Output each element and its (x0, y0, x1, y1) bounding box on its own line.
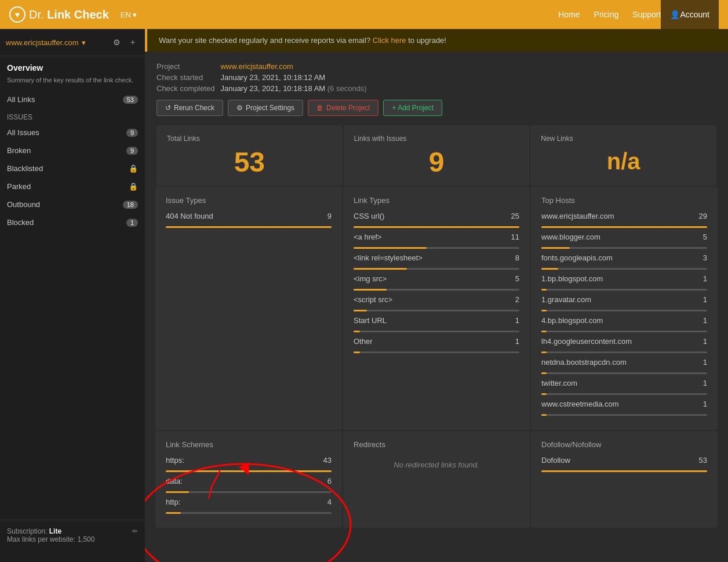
sidebar-footer: Subscription: Lite ✏ Max links per websi… (0, 520, 145, 550)
bar-container (354, 351, 519, 353)
pencil-icon[interactable]: ✏ (132, 527, 138, 535)
banner-text: Want your site checked regularly and rec… (159, 36, 370, 45)
row-count: 5 (703, 233, 707, 241)
bar-fill (166, 470, 332, 472)
redirects-title: Redirects (354, 440, 519, 449)
all-issues-label: All Issues (7, 128, 126, 137)
table-row: fonts.googleapis.com3 (541, 253, 707, 262)
trash-icon: 🗑 (316, 104, 323, 112)
row-count: 5 (515, 274, 519, 283)
site-label: www.ericjstauffer.com (6, 38, 78, 47)
data-row-wrapper: 1.gravatar.com1 (541, 295, 707, 311)
table-row: <a href>11 (354, 233, 519, 241)
bar-fill (541, 289, 547, 291)
bar-fill (166, 491, 189, 493)
bar-container (354, 310, 519, 311)
row-label: <link rel=stylesheet> (354, 253, 511, 262)
row-label: https: (166, 456, 319, 465)
row-count: 1 (703, 316, 707, 325)
row-label: fonts.googleapis.com (541, 253, 698, 262)
row-count: 2 (515, 295, 519, 304)
upgrade-link[interactable]: Click here (373, 36, 406, 45)
top-hosts-rows: www.ericjstauffer.com29www.blogger.com5f… (541, 212, 707, 416)
link-types-card: Link Types CSS url()25<a href>11<link re… (343, 187, 530, 430)
banner-text2: to upgrade! (408, 36, 446, 45)
bar-container (354, 331, 519, 332)
delete-button[interactable]: 🗑 Delete Project (308, 100, 378, 116)
row-label: www.blogger.com (541, 233, 698, 241)
topnav-links: Home Pricing Support (558, 10, 661, 19)
new-links-title: New Links (541, 135, 706, 143)
row-count: 11 (511, 233, 519, 241)
bar-container (541, 331, 707, 332)
data-row-wrapper: lh4.googleusercontent.com1 (541, 337, 707, 353)
table-row: Other1 (354, 337, 519, 346)
links-issues-card: Links with Issues 9 (344, 125, 530, 186)
link-schemes-rows: https:43data:6http:4 (166, 456, 332, 514)
site-selector[interactable]: www.ericjstauffer.com ▾ ⚙ ＋ (0, 29, 145, 56)
home-link[interactable]: Home (558, 10, 580, 19)
add-site-icon[interactable]: ＋ (126, 36, 139, 49)
bar-container (541, 372, 707, 374)
row-label: 1.bp.blogspot.com (541, 274, 698, 283)
issue-types-title: Issue Types (166, 196, 332, 205)
bar-fill (354, 289, 387, 291)
blocked-badge: 1 (126, 219, 138, 227)
sidebar: www.ericjstauffer.com ▾ ⚙ ＋ Overview Sum… (0, 29, 145, 562)
logo[interactable]: ♥ Dr. Link Check (9, 6, 109, 23)
bar-container (354, 289, 519, 291)
table-row: 1.gravatar.com1 (541, 295, 707, 304)
sidebar-item-alllinks[interactable]: All Links 53 (0, 90, 145, 108)
sidebar-item-broken[interactable]: Broken 9 (0, 142, 145, 159)
parked-label: Parked (7, 182, 129, 191)
bar-container (541, 268, 707, 270)
bar-container (166, 470, 332, 472)
bar-fill (541, 414, 547, 416)
bar-fill (541, 372, 547, 374)
all-links-badge: 53 (123, 96, 138, 104)
table-row: <img src>5 (354, 274, 519, 283)
broken-label: Broken (7, 146, 126, 155)
chevron-down-icon[interactable]: ▾ (82, 38, 107, 47)
row-count: 29 (699, 212, 707, 220)
data-row-wrapper: www.cstreetmedia.com1 (541, 400, 707, 416)
row-count: 43 (323, 456, 332, 465)
started-row: Check started January 23, 2021, 10:18:12… (156, 72, 373, 83)
lang-selector[interactable]: EN ▾ (121, 10, 137, 19)
row-label: Dofollow (541, 456, 694, 465)
table-row: netdna.bootstrapcdn.com1 (541, 358, 707, 367)
row-count: 8 (515, 253, 519, 262)
support-link[interactable]: Support (632, 10, 661, 19)
table-row: lh4.googleusercontent.com1 (541, 337, 707, 346)
row-label: Start URL (354, 316, 511, 325)
project-url[interactable]: www.ericjstauffer.com (220, 62, 293, 71)
settings-button[interactable]: ⚙ Project Settings (228, 100, 303, 116)
data-row-wrapper: www.blogger.com5 (541, 233, 707, 249)
total-links-value: 53 (167, 148, 332, 176)
pricing-link[interactable]: Pricing (594, 10, 619, 19)
link-schemes-title: Link Schemes (166, 440, 332, 449)
add-project-button[interactable]: + Add Project (383, 100, 442, 116)
sidebar-item-parked[interactable]: Parked 🔒 (0, 177, 145, 195)
overview-label[interactable]: Overview (0, 56, 145, 75)
rerun-button[interactable]: ↺ Rerun Check (156, 100, 223, 116)
sidebar-item-blocked[interactable]: Blocked 1 (0, 213, 145, 231)
data-row-wrapper: http:4 (166, 498, 332, 514)
sidebar-item-outbound[interactable]: Outbound 18 (0, 195, 145, 213)
sidebar-item-allissues[interactable]: All Issues 9 (0, 124, 145, 142)
data-row-wrapper: data:6 (166, 477, 332, 493)
bar-fill (354, 268, 407, 270)
data-row-wrapper: Start URL1 (354, 316, 519, 332)
settings-icon[interactable]: ⚙ (111, 37, 123, 48)
bar-container (166, 226, 332, 228)
account-menu[interactable]: 👤 Account (661, 0, 719, 29)
broken-badge: 9 (126, 147, 138, 155)
gear-icon: ⚙ (236, 104, 243, 112)
row-label: <img src> (354, 274, 511, 283)
data-row-wrapper: CSS url()25 (354, 212, 519, 228)
row-count: 1 (703, 358, 707, 367)
layout: www.ericjstauffer.com ▾ ⚙ ＋ Overview Sum… (0, 29, 728, 562)
topnav: ♥ Dr. Link Check EN ▾ Home Pricing Suppo… (0, 0, 728, 29)
sidebar-item-blacklisted[interactable]: Blacklisted 🔒 (0, 159, 145, 177)
issue-types-rows: 404 Not found9 (166, 212, 332, 228)
